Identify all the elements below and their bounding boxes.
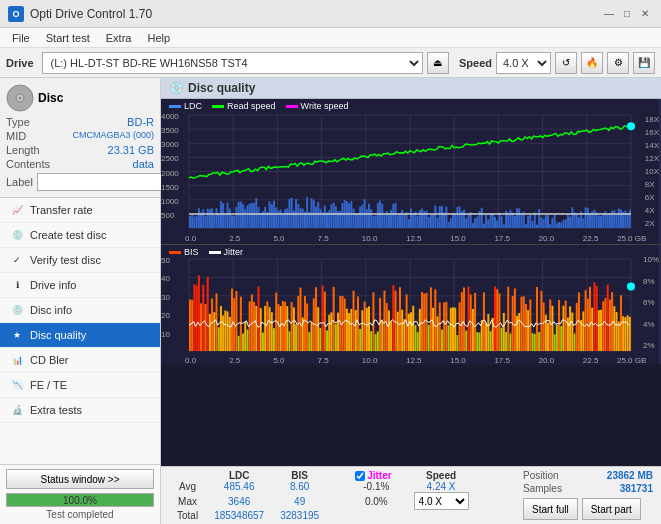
disc-mid-label: MID [6,130,26,142]
disc-info-icon: 💿 [10,303,24,317]
jitter-label: Jitter [367,470,391,481]
sidebar-item-label: Transfer rate [30,204,93,216]
speed-select[interactable]: 4.0 X [496,52,551,74]
col-ldc: LDC [206,470,272,481]
sidebar-item-label: Disc quality [30,329,86,341]
menu-help[interactable]: Help [139,30,178,46]
jitter-checkbox-group: Jitter [355,470,391,481]
app-icon: O [8,6,24,22]
menu-start-test[interactable]: Start test [38,30,98,46]
drive-select[interactable]: (L:) HL-DT-ST BD-RE WH16NS58 TST4 [42,52,423,74]
start-part-button[interactable]: Start part [582,498,641,520]
bottom-chart-canvas [161,245,659,365]
sidebar-item-drive-info[interactable]: ℹ Drive info [0,273,160,298]
menu-file[interactable]: File [4,30,38,46]
disc-label-label: Label [6,176,33,188]
sidebar: Disc Type BD-R MID CMCMAGBA3 (000) Lengt… [0,78,161,524]
disc-length-label: Length [6,144,40,156]
avg-row: Avg 485.46 8.60 -0.1% 4.24 X [169,481,477,492]
disc-length-row: Length 23.31 GB [6,144,154,156]
avg-speed: 4.24 X [406,481,477,492]
disc-length-value: 23.31 GB [108,144,154,156]
maximize-button[interactable]: □ [619,6,635,22]
verify-test-disc-icon: ✓ [10,253,24,267]
bottom-chart-y-right: 10%8%6%4%2% [643,255,659,350]
samples-value: 381731 [620,483,653,494]
sidebar-item-disc-quality[interactable]: ★ Disc quality [0,323,160,348]
titlebar-left: O Opti Drive Control 1.70 [8,6,152,22]
menubar: File Start test Extra Help [0,28,661,48]
sidebar-item-label: Verify test disc [30,254,101,266]
col-bis: BIS [272,470,327,481]
transfer-rate-icon: 📈 [10,203,24,217]
disc-icon [6,84,34,112]
disc-type-value: BD-R [127,116,154,128]
total-row: Total 185348657 3283195 [169,510,477,521]
sidebar-item-label: Disc info [30,304,72,316]
disc-contents-value: data [133,158,154,170]
minimize-button[interactable]: — [601,6,617,22]
avg-jitter: -0.1% [347,481,405,492]
sidebar-item-cd-bler[interactable]: 📊 CD Bler [0,348,160,373]
sidebar-item-create-test-disc[interactable]: 💿 Create test disc [0,223,160,248]
disc-quality-icon: ★ [10,328,24,342]
max-ldc: 3646 [206,492,272,510]
main-area: Disc Type BD-R MID CMCMAGBA3 (000) Lengt… [0,78,661,524]
avg-bis: 8.60 [272,481,327,492]
content-area: 💿 Disc quality LDC Read speed [161,78,661,524]
save-button[interactable]: 💾 [633,52,655,74]
create-test-disc-icon: 💿 [10,228,24,242]
menu-extra[interactable]: Extra [98,30,140,46]
samples-row: Samples 381731 [523,483,653,494]
action-buttons: Start full Start part [523,498,653,520]
settings-button[interactable]: ⚙ [607,52,629,74]
progress-bar-container: 100.0% [6,493,154,507]
close-button[interactable]: ✕ [637,6,653,22]
jitter-checkbox[interactable] [355,471,365,481]
position-value: 23862 MB [607,470,653,481]
app-title: Opti Drive Control 1.70 [30,7,152,21]
charts-area: LDC Read speed Write speed 18X16X14X12X1… [161,99,661,466]
avg-ldc: 485.46 [206,481,272,492]
drive-label: Drive [6,57,34,69]
status-text: Test completed [6,509,154,520]
position-row: Position 23862 MB [523,470,653,481]
max-bis: 49 [272,492,327,510]
top-chart-canvas [161,99,659,244]
legend-ldc: LDC [169,101,202,111]
extra-tests-icon: 🔬 [10,403,24,417]
disc-mid-row: MID CMCMAGBA3 (000) [6,130,154,142]
speed-label: Speed [459,57,492,69]
avg-spacer [327,481,347,492]
position-label: Position [523,470,559,481]
bottom-chart-legend: BIS Jitter [169,247,243,257]
top-chart-legend: LDC Read speed Write speed [169,101,348,111]
total-speed [406,510,477,521]
sidebar-item-verify-test-disc[interactable]: ✓ Verify test disc [0,248,160,273]
legend-bis: BIS [169,247,199,257]
disc-header-label: Disc [38,91,63,105]
top-chart-y-right: 18X16X14X12X10X8X6X4X2X [645,113,659,230]
refresh-button[interactable]: ↺ [555,52,577,74]
sidebar-item-label: Create test disc [30,229,106,241]
total-bis: 3283195 [272,510,327,521]
start-full-button[interactable]: Start full [523,498,578,520]
eject-button[interactable]: ⏏ [427,52,449,74]
sidebar-item-transfer-rate[interactable]: 📈 Transfer rate [0,198,160,223]
sidebar-item-disc-info[interactable]: 💿 Disc info [0,298,160,323]
status-bar: Status window >> 100.0% Test completed [0,464,160,524]
sidebar-item-label: Drive info [30,279,76,291]
total-spacer [327,510,347,521]
max-speed-select[interactable]: 4.0 X [414,492,469,510]
disc-label-input[interactable] [37,173,170,191]
disc-header: Disc [6,84,154,112]
burn-button[interactable]: 🔥 [581,52,603,74]
status-window-button[interactable]: Status window >> [6,469,154,489]
titlebar: O Opti Drive Control 1.70 — □ ✕ [0,0,661,28]
bottom-chart: BIS Jitter 10%8%6%4%2% [161,244,661,364]
legend-write-speed: Write speed [286,101,349,111]
sidebar-item-extra-tests[interactable]: 🔬 Extra tests [0,398,160,423]
sidebar-item-fe-te[interactable]: 📉 FE / TE [0,373,160,398]
stats-table: LDC BIS Jitter Speed [169,470,477,521]
disc-contents-row: Contents data [6,158,154,170]
